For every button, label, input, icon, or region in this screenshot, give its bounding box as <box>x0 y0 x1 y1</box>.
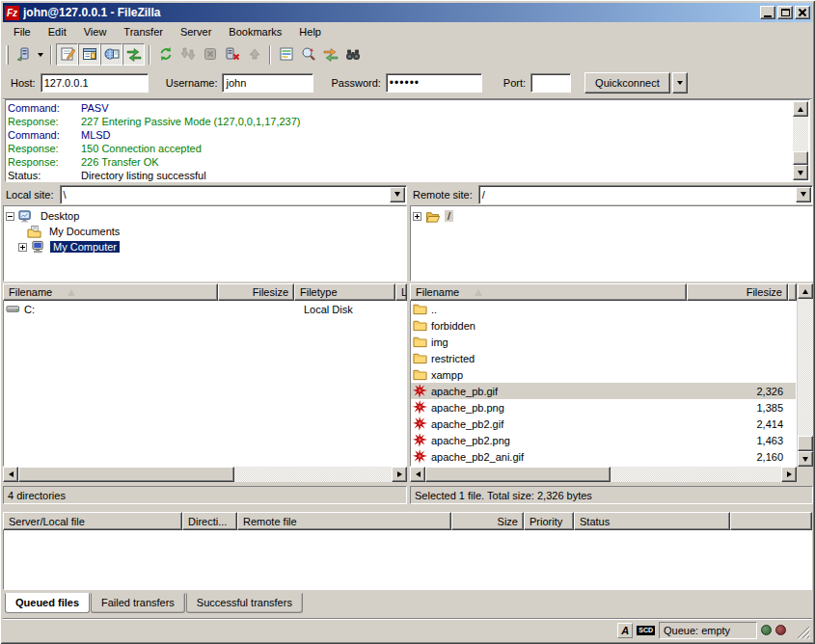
local-horizontal-scrollbar[interactable] <box>3 467 407 482</box>
port-label: Port: <box>503 77 526 89</box>
site-manager-dropdown[interactable] <box>34 43 46 66</box>
username-input[interactable] <box>222 73 313 93</box>
menu-item[interactable]: Edit <box>40 24 75 40</box>
column-header[interactable]: Filename <box>3 283 218 301</box>
site-manager-button[interactable] <box>12 43 34 66</box>
menu-item[interactable]: View <box>75 24 116 40</box>
disconnect-button[interactable] <box>221 43 243 66</box>
filename-cell: apache_pb.gif <box>411 384 688 398</box>
toggle-remote-tree-button[interactable] <box>100 43 122 66</box>
tree-item-root[interactable]: / <box>413 208 812 224</box>
scrollbar-track[interactable] <box>18 467 392 482</box>
column-header[interactable]: Filesize <box>218 283 294 301</box>
toggle-local-tree-button[interactable] <box>78 43 100 66</box>
reconnect-button[interactable] <box>243 43 265 66</box>
queue-tab[interactable]: Failed transfers <box>91 593 185 613</box>
process-queue-button[interactable] <box>177 43 199 66</box>
scrollbar-track[interactable] <box>798 299 813 436</box>
remote-file-row[interactable]: apache_pb2.gif 2,414 <box>411 416 796 432</box>
remote-vertical-scrollbar[interactable] <box>798 283 813 467</box>
queue-column-header[interactable]: Size <box>451 512 524 530</box>
remote-file-row[interactable]: apache_pb2_ani.gif 2,160 <box>411 448 796 465</box>
port-input[interactable] <box>530 73 571 93</box>
remote-file-row[interactable]: .. <box>411 301 796 317</box>
scroll-up-button[interactable] <box>793 101 808 117</box>
collapse-icon[interactable] <box>6 212 14 221</box>
local-file-row[interactable]: C: Local Disk <box>4 301 406 317</box>
local-site-dropdown[interactable] <box>390 187 405 202</box>
scroll-down-button[interactable] <box>798 451 813 467</box>
quickconnect-dropdown-button[interactable] <box>672 72 688 94</box>
queue-column-header[interactable]: Remote file <box>237 512 451 530</box>
remote-file-row[interactable]: apache_pb.gif 2,326 <box>411 383 796 399</box>
titlebar[interactable]: Fz john@127.0.0.1 - FileZilla <box>3 3 812 22</box>
queue-tab[interactable]: Queued files <box>5 593 90 613</box>
menu-item[interactable]: File <box>5 24 40 40</box>
scroll-up-button[interactable] <box>798 283 813 299</box>
recv-activity-led-icon <box>761 625 772 635</box>
expand-icon[interactable] <box>413 212 421 221</box>
remote-file-row[interactable]: xampp <box>411 366 796 383</box>
queue-column-header[interactable]: Priority <box>524 512 574 530</box>
find-files-button[interactable] <box>341 43 364 66</box>
transfer-type-ascii-icon[interactable]: A <box>617 623 633 638</box>
synchronized-browsing-button[interactable] <box>319 43 341 66</box>
cancel-operation-button[interactable] <box>199 43 221 66</box>
remote-file-row[interactable]: forbidden <box>411 317 796 334</box>
tree-item-label: Desktop <box>38 210 82 222</box>
log-scrollbar[interactable] <box>793 101 808 180</box>
queue-column-header[interactable]: Server/Local file <box>3 512 182 530</box>
menu-item[interactable]: Server <box>172 24 220 40</box>
remote-file-row[interactable]: restricted <box>411 350 796 366</box>
remote-file-row[interactable]: img <box>411 334 796 350</box>
remote-site-dropdown[interactable] <box>796 187 811 202</box>
tree-item-desktop[interactable]: Desktop <box>6 208 406 224</box>
toolbar-grip[interactable] <box>6 45 9 65</box>
host-input[interactable] <box>41 73 149 93</box>
toggle-transfer-queue-button[interactable] <box>122 43 145 66</box>
scroll-left-button[interactable] <box>3 467 18 482</box>
column-header[interactable]: Filetype <box>294 283 395 301</box>
remote-horizontal-scrollbar[interactable] <box>410 467 797 482</box>
scrollbar-thumb[interactable] <box>798 436 813 451</box>
local-site-combo[interactable]: \ <box>60 185 407 204</box>
menu-item[interactable]: Bookmarks <box>220 24 290 40</box>
folder-icon <box>413 351 428 365</box>
queue-column-header[interactable]: Status <box>574 512 730 530</box>
scrollbar-thumb[interactable] <box>425 467 611 482</box>
directory-listing-filters-button[interactable] <box>275 43 297 66</box>
column-header[interactable]: Filesize <box>687 283 788 301</box>
scroll-left-button[interactable] <box>410 467 425 482</box>
menu-item[interactable]: Help <box>290 24 330 40</box>
quickconnect-button[interactable]: Quickconnect <box>584 72 670 94</box>
close-button[interactable] <box>795 6 810 19</box>
remote-site-combo[interactable]: / <box>478 185 813 204</box>
minimize-button[interactable] <box>760 6 775 19</box>
scrollbar-thumb[interactable] <box>793 151 808 165</box>
remote-file-row[interactable]: apache_pb.png 1,385 <box>411 399 796 416</box>
toggle-message-log-button[interactable] <box>56 43 78 66</box>
scroll-down-button[interactable] <box>793 165 808 180</box>
password-input[interactable] <box>386 73 482 93</box>
column-header[interactable]: Filename <box>410 283 687 301</box>
remote-file-row[interactable]: apache_pb2.png 1,463 <box>411 432 796 448</box>
resize-grip[interactable] <box>796 625 810 639</box>
maximize-button[interactable] <box>777 6 793 19</box>
scrollbar-thumb[interactable] <box>18 467 234 482</box>
expand-icon[interactable] <box>18 243 27 252</box>
scrollbar-track[interactable] <box>425 467 781 482</box>
log-line-text: MLSD <box>81 128 111 142</box>
refresh-button[interactable] <box>154 43 177 66</box>
scroll-right-button[interactable] <box>781 467 797 482</box>
menu-item[interactable]: Transfer <box>115 24 172 40</box>
tree-item-my-documents[interactable]: My Documents <box>6 224 406 239</box>
column-header[interactable]: L <box>395 283 407 301</box>
queue-column-header[interactable]: Directi... <box>182 512 237 530</box>
directory-comparison-button[interactable] <box>297 43 319 66</box>
transfer-queue-list[interactable] <box>3 530 812 590</box>
scrollbar-track[interactable] <box>793 117 808 151</box>
tree-item-my-computer[interactable]: My Computer <box>6 239 406 255</box>
local-tree: Desktop My Documents My Computer <box>3 205 407 282</box>
queue-tab[interactable]: Successful transfers <box>186 593 303 613</box>
scroll-right-button[interactable] <box>392 467 407 482</box>
